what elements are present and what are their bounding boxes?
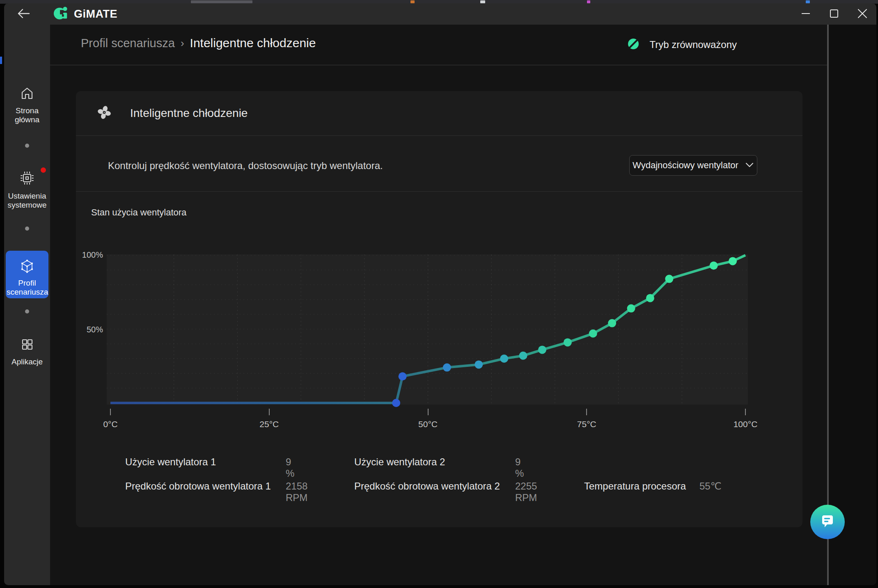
x-axis-tick [745, 409, 746, 415]
close-button[interactable] [848, 3, 876, 25]
minimize-icon [801, 9, 811, 20]
stat-label: Użycie wentylatora 1 [125, 456, 216, 468]
home-icon [18, 85, 36, 103]
fan-curve-point [627, 304, 635, 313]
x-axis-tick-label: 25°C [259, 419, 279, 429]
sidebar-item-strona-glowna[interactable]: Strona główna [4, 85, 50, 124]
stat-cpu-temp: Temperatura procesora 55℃ [584, 480, 686, 492]
x-axis-tick-label: 75°C [577, 419, 596, 429]
background-favicon [410, 0, 415, 3]
sidebar-item-label: Aplikacje [6, 357, 48, 366]
fan-curve-chart [107, 254, 748, 405]
fan-mode-description: Kontroluj prędkość wentylatora, dostosow… [108, 160, 383, 172]
background-favicon [480, 0, 485, 3]
background-window-edge [0, 57, 2, 64]
chip-icon [18, 169, 36, 188]
x-axis-tick-label: 0°C [103, 419, 117, 429]
app-logo-icon [53, 5, 69, 23]
stat-value: 55℃ [699, 480, 722, 492]
fan-curve-point [443, 364, 451, 372]
stat-fan1-usage: Użycie wentylatora 1 9 % [125, 456, 216, 468]
background-favicon [587, 0, 590, 3]
fan-curve-point [564, 338, 572, 346]
stat-value: 2255 RPM [515, 480, 537, 503]
sidebar-item-label: Strona główna [6, 106, 48, 124]
chat-button[interactable] [810, 505, 845, 539]
stat-value: 2158 RPM [286, 480, 307, 503]
window-controls [791, 3, 876, 25]
back-button[interactable] [11, 3, 36, 25]
sidebar: Strona główna [4, 25, 50, 585]
stat-label: Temperatura procesora [584, 480, 686, 492]
background-tab [191, 0, 252, 3]
y-axis-label-50: 50% [76, 325, 103, 334]
fan-curve-point [538, 345, 546, 354]
stat-fan2-rpm: Prędkość obrotowa wentylatora 2 2255 RPM [354, 480, 500, 492]
sidebar-item-label: Ustawienia systemowe [6, 192, 48, 210]
card-header: Inteligentne chłodzenie [76, 91, 802, 135]
smart-cooling-card: Inteligentne chłodzenie Kontroluj prędko… [76, 91, 802, 527]
stat-label: Prędkość obrotowa wentylatora 2 [354, 480, 500, 492]
breadcrumb: Profil scenariusza › Inteligentne chłodz… [81, 36, 316, 50]
screen: GiMATE [0, 0, 878, 588]
fan-curve-svg [107, 254, 748, 405]
stat-fan2-usage: Użycie wentylatora 2 9 % [354, 456, 445, 468]
maximize-icon [829, 9, 839, 20]
fan-curve-point [519, 352, 527, 360]
power-mode-badge[interactable]: Tryb zrównoważony [626, 37, 737, 52]
sidebar-separator-dot [25, 144, 29, 148]
fan-curve-point [729, 257, 737, 265]
header-divider [50, 65, 827, 65]
titlebar: GiMATE [4, 3, 876, 25]
fan-curve-point [589, 329, 597, 338]
chevron-down-icon [745, 162, 754, 169]
sidebar-item-label: Profil scenariusza [7, 279, 48, 297]
fan-curve-point [500, 355, 508, 363]
cube-icon [18, 258, 36, 276]
back-arrow-icon [15, 6, 33, 22]
notification-dot [41, 167, 46, 173]
scrollbar[interactable] [827, 25, 829, 585]
fan-curve-point [608, 319, 616, 327]
x-axis-tick [269, 409, 270, 415]
app-logo: GiMATE [53, 5, 117, 23]
fan-curve-point [475, 360, 483, 368]
x-axis-tick-label: 100°C [734, 419, 758, 429]
breadcrumb-separator: › [181, 37, 184, 50]
fan-curve-point [392, 399, 400, 407]
minimize-button[interactable] [791, 3, 820, 25]
card-divider [76, 135, 802, 136]
breadcrumb-profil-scenariusza[interactable]: Profil scenariusza [81, 37, 175, 50]
fan-icon [96, 105, 112, 122]
card-divider [76, 191, 802, 192]
x-axis-tick [586, 409, 587, 415]
stat-value: 9 % [515, 456, 524, 479]
fan-mode-select[interactable]: Wydajnościowy wentylator [629, 155, 757, 176]
close-icon [857, 8, 868, 20]
stat-value: 9 % [286, 456, 294, 479]
chat-icon [818, 512, 837, 532]
x-axis-tick-label: 50°C [418, 419, 438, 429]
maximize-button[interactable] [820, 3, 848, 25]
leaf-icon [626, 37, 640, 52]
x-axis-tick [110, 409, 111, 415]
power-mode-label: Tryb zrównoważony [649, 39, 737, 50]
fan-curve-point [710, 261, 718, 270]
content-right-gutter [829, 25, 876, 585]
page-title: Inteligentne chłodzenie [190, 36, 316, 50]
app-window: GiMATE [4, 3, 876, 585]
stat-label: Prędkość obrotowa wentylatora 1 [125, 480, 271, 492]
app-title: GiMATE [74, 8, 117, 21]
card-title: Inteligentne chłodzenie [130, 107, 248, 120]
chart-title: Stan użycia wentylatora [91, 207, 186, 218]
fan-curve-point [646, 294, 654, 302]
sidebar-item-profil-scenariusza[interactable]: Profil scenariusza [6, 251, 48, 298]
sidebar-item-ustawienia-systemowe[interactable]: Ustawienia systemowe [4, 169, 50, 210]
sidebar-separator-dot [25, 227, 29, 231]
stat-label: Użycie wentylatora 2 [354, 456, 445, 468]
page-header: Profil scenariusza › Inteligentne chłodz… [50, 25, 827, 65]
fan-curve-point [399, 372, 407, 380]
stat-fan1-rpm: Prędkość obrotowa wentylatora 1 2158 RPM [125, 480, 271, 492]
sidebar-item-aplikacje[interactable]: Aplikacje [4, 336, 50, 366]
fan-mode-value: Wydajnościowy wentylator [633, 160, 738, 171]
